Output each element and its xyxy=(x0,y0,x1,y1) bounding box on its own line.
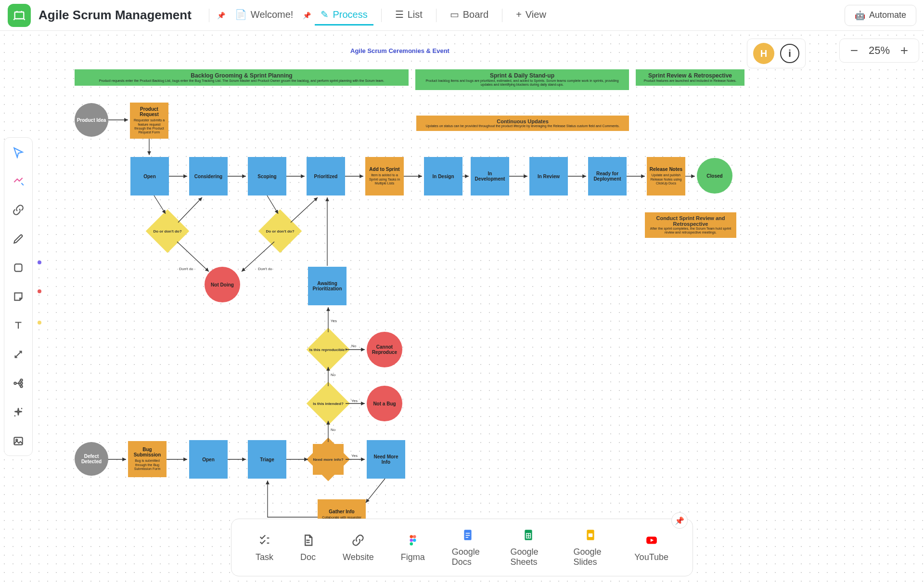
board-icon: ▭ xyxy=(450,9,459,20)
svg-rect-46 xyxy=(465,535,470,536)
dock-label: Website xyxy=(343,552,374,562)
node-cannot-repro[interactable]: Cannot Reproduce xyxy=(367,332,402,367)
diamond-label: Need more info? xyxy=(309,457,347,462)
tab-list[interactable]: ☰ List xyxy=(389,5,428,26)
app-title: Agile Scrum Management xyxy=(38,8,192,23)
node-open2[interactable]: Open xyxy=(189,440,228,479)
edge-label: No xyxy=(331,428,335,432)
node-need-more-info-box[interactable]: Need More Info xyxy=(367,440,405,479)
tool-ai[interactable] xyxy=(11,173,26,189)
divider xyxy=(502,9,502,22)
svg-point-34 xyxy=(20,379,22,381)
dock-gdocs[interactable]: Google Docs xyxy=(452,528,484,567)
header-title: Backlog Grooming & Sprint Planning xyxy=(79,72,404,79)
zoom-in-button[interactable]: + xyxy=(897,43,912,58)
node-decision-2[interactable]: Do or don't do? xyxy=(265,216,295,247)
dock-label: Task xyxy=(256,552,273,562)
tool-text[interactable] xyxy=(11,318,26,333)
whiteboard-icon: ✎ xyxy=(321,9,329,20)
node-open[interactable]: Open xyxy=(130,157,169,195)
tab-board[interactable]: ▭ Board xyxy=(444,5,494,26)
doc-icon: 📄 xyxy=(235,9,247,20)
dock-website[interactable]: Website xyxy=(343,533,374,562)
tab-welcome[interactable]: 📄 Welcome! xyxy=(229,5,299,26)
zoom-out-button[interactable]: − xyxy=(847,43,862,58)
dock-gsheets[interactable]: Google Sheets xyxy=(510,528,546,567)
node-ready-deploy[interactable]: Ready for Deployment xyxy=(588,157,627,195)
subheader-title: Continuous Updates xyxy=(421,118,624,124)
node-not-doing[interactable]: Not Doing xyxy=(205,267,240,302)
pin-dock-button[interactable]: 📌 xyxy=(671,512,688,529)
diamond-label: Do or don't do? xyxy=(261,229,299,234)
node-prioritized[interactable]: Prioritized xyxy=(307,157,345,195)
svg-point-35 xyxy=(20,382,22,384)
edge-label: No xyxy=(331,373,335,377)
dock-label: Figma xyxy=(401,552,425,562)
node-closed[interactable]: Closed xyxy=(697,158,732,194)
gsheets-icon xyxy=(521,528,536,542)
node-product-idea[interactable]: Product Idea xyxy=(75,103,108,137)
tool-connector[interactable] xyxy=(11,347,26,362)
svg-line-17 xyxy=(267,195,278,214)
doc-icon xyxy=(301,533,315,547)
canvas-title: Agile Scrum Ceremonies & Event xyxy=(350,47,449,54)
node-reproducible[interactable]: Is this reproducible? xyxy=(313,334,344,365)
node-triage[interactable]: Triage xyxy=(248,440,286,479)
subheader-sub: Updates on status can be provided throug… xyxy=(421,124,624,128)
box-sub: Update and publish Release Notes using C… xyxy=(649,173,683,185)
node-intended[interactable]: Is this intended? xyxy=(313,388,344,419)
header-planning: Backlog Grooming & Sprint Planning Produ… xyxy=(75,69,409,86)
app-icon xyxy=(8,4,31,27)
color-dot-yellow xyxy=(38,321,41,325)
diamond-label: Is this intended? xyxy=(309,402,347,406)
node-decision-1[interactable]: Do or don't do? xyxy=(152,216,183,247)
svg-line-14 xyxy=(154,195,166,214)
node-considering[interactable]: Considering xyxy=(189,157,228,195)
node-add-sprint[interactable]: Add to Sprint Item is added to a Sprint … xyxy=(365,157,404,195)
node-scoping[interactable]: Scoping xyxy=(248,157,286,195)
dock-gslides[interactable]: Google Slides xyxy=(574,528,608,567)
tool-pen[interactable] xyxy=(11,231,26,247)
avatar[interactable]: H xyxy=(753,43,774,64)
tab-label: View xyxy=(526,9,546,20)
node-awaiting[interactable]: Awaiting Prioritization xyxy=(308,267,346,305)
tool-select[interactable] xyxy=(11,144,26,160)
tool-shape[interactable] xyxy=(11,260,26,275)
edge-label: Yes xyxy=(351,454,358,458)
dock-label: Google Slides xyxy=(574,547,608,567)
tab-process[interactable]: ✎ Process xyxy=(315,5,373,26)
header-standup: Sprint & Daily Stand-up Product backlog … xyxy=(415,69,629,90)
whiteboard-canvas[interactable]: Agile Scrum Ceremonies & Event Backlog G… xyxy=(0,31,924,586)
tool-link[interactable] xyxy=(11,202,26,218)
dock-doc[interactable]: Doc xyxy=(300,533,316,562)
box-sub: Bug is submitted through the Bug Submiss… xyxy=(130,459,165,471)
node-release-notes[interactable]: Release Notes Update and publish Release… xyxy=(647,157,685,195)
gdocs-icon xyxy=(461,528,475,542)
node-defect[interactable]: Defect Detected xyxy=(75,442,108,476)
node-in-dev[interactable]: In Development xyxy=(471,157,509,195)
node-need-more-info[interactable]: Need more info? xyxy=(313,444,344,475)
tab-add-view[interactable]: + View xyxy=(510,5,552,26)
node-in-design[interactable]: In Design xyxy=(424,157,462,195)
divider xyxy=(209,9,209,22)
divider xyxy=(436,9,436,22)
header-title: Sprint Review & Retrospective xyxy=(641,72,740,79)
info-button[interactable]: i xyxy=(780,44,799,63)
tool-mindmap[interactable] xyxy=(11,376,26,391)
tab-label: Welcome! xyxy=(251,9,294,20)
dock-task[interactable]: Task xyxy=(256,533,273,562)
automate-button[interactable]: 🤖 Automate xyxy=(845,5,916,26)
node-product-request[interactable]: Product Request Requester submits a feat… xyxy=(130,103,168,139)
dock-youtube[interactable]: YouTube xyxy=(634,533,668,562)
header-title: Sprint & Daily Stand-up xyxy=(420,72,624,79)
node-in-review[interactable]: In Review xyxy=(529,157,568,195)
node-bug-submission[interactable]: Bug Submission Bug is submitted through … xyxy=(128,441,167,477)
subheader-title: Conduct Sprint Review and Retrospective xyxy=(650,215,732,227)
node-not-bug[interactable]: Not a Bug xyxy=(367,386,402,421)
youtube-icon xyxy=(644,533,659,547)
dock-figma[interactable]: Figma xyxy=(401,533,425,562)
tool-sparkle[interactable] xyxy=(11,404,26,420)
tool-image[interactable] xyxy=(11,433,26,449)
tool-sticky[interactable] xyxy=(11,289,26,304)
diamond-label: Is this reproducible? xyxy=(309,348,347,352)
